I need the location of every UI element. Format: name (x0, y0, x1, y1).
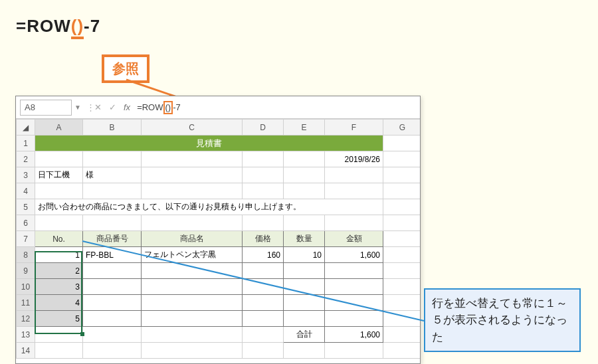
cell[interactable] (383, 151, 421, 167)
formula-bar[interactable]: =ROW()-7 (134, 101, 420, 114)
note-cell[interactable]: お問い合わせの商品につきまして、以下の通りお見積もり申し上げます。 (35, 199, 383, 215)
cell-no[interactable]: 5 (35, 311, 83, 327)
col-header[interactable]: B (83, 120, 142, 136)
cell[interactable] (383, 231, 421, 247)
cell-no[interactable]: 4 (35, 295, 83, 311)
cell[interactable] (383, 311, 421, 327)
th-name[interactable]: 商品名 (142, 231, 243, 247)
row-header[interactable]: 5 (17, 199, 35, 215)
th-amount[interactable]: 金額 (325, 231, 383, 247)
cell[interactable] (83, 263, 142, 279)
cell[interactable] (142, 151, 243, 167)
cell[interactable] (243, 327, 284, 343)
cell[interactable] (383, 263, 421, 279)
col-header[interactable]: A (35, 120, 83, 136)
row-header[interactable]: 8 (17, 247, 35, 263)
cell[interactable] (325, 311, 383, 327)
cell[interactable] (284, 183, 325, 199)
cell[interactable] (35, 215, 83, 231)
cell[interactable] (142, 167, 243, 183)
cell[interactable] (383, 295, 421, 311)
accept-formula-icon[interactable]: ✓ (105, 102, 120, 112)
cell[interactable] (383, 199, 421, 215)
cell[interactable] (83, 343, 142, 359)
cell[interactable] (142, 343, 243, 359)
row-header[interactable]: 7 (17, 231, 35, 247)
cell[interactable] (243, 167, 284, 183)
th-price[interactable]: 価格 (243, 231, 284, 247)
cell[interactable] (243, 183, 284, 199)
cell[interactable] (383, 215, 421, 231)
cell[interactable] (142, 295, 243, 311)
customer-cell[interactable]: 日下工機 (35, 167, 83, 183)
cell[interactable] (83, 151, 142, 167)
cell-no[interactable]: 3 (35, 279, 83, 295)
row-header[interactable]: 13 (17, 327, 35, 343)
cancel-formula-icon[interactable]: ✕ (90, 102, 105, 112)
cell[interactable] (325, 279, 383, 295)
col-header[interactable]: F (325, 120, 383, 136)
row-header[interactable]: 2 (17, 151, 35, 167)
cell-no[interactable]: 2 (35, 263, 83, 279)
cell[interactable] (243, 343, 284, 359)
cell[interactable] (83, 215, 142, 231)
row-header[interactable]: 10 (17, 279, 35, 295)
fx-icon[interactable]: fx (124, 102, 130, 112)
col-header[interactable]: G (383, 120, 421, 136)
total-label[interactable]: 合計 (284, 327, 325, 343)
cell[interactable] (243, 295, 284, 311)
col-header[interactable]: C (142, 120, 243, 136)
cell[interactable] (142, 311, 243, 327)
name-box[interactable]: A8 (20, 100, 72, 116)
sheet-title[interactable]: 見積書 (35, 136, 383, 151)
cell-qty[interactable]: 10 (284, 247, 325, 263)
row-header[interactable]: 12 (17, 311, 35, 327)
cell[interactable] (243, 215, 284, 231)
col-header[interactable]: D (243, 120, 284, 136)
cell[interactable] (325, 167, 383, 183)
cell-code[interactable]: FP-BBL (83, 247, 142, 263)
honorific-cell[interactable]: 様 (83, 167, 142, 183)
col-header[interactable]: E (284, 120, 325, 136)
cell[interactable] (383, 247, 421, 263)
cell[interactable] (243, 279, 284, 295)
cell[interactable] (142, 263, 243, 279)
cell[interactable] (142, 279, 243, 295)
cell[interactable] (83, 311, 142, 327)
cell[interactable] (284, 167, 325, 183)
cell[interactable] (83, 327, 142, 343)
cell[interactable] (325, 295, 383, 311)
cell[interactable] (383, 327, 421, 343)
th-no[interactable]: No. (35, 231, 83, 247)
cell[interactable] (383, 167, 421, 183)
cell[interactable] (284, 343, 325, 359)
cell[interactable] (325, 183, 383, 199)
cell[interactable] (383, 279, 421, 295)
cell-amount[interactable]: 1,600 (325, 247, 383, 263)
row-header[interactable]: 14 (17, 343, 35, 359)
row-header[interactable]: 1 (17, 136, 35, 151)
row-header[interactable]: 4 (17, 183, 35, 199)
cell[interactable] (83, 183, 142, 199)
cell-no[interactable]: 1 (35, 247, 83, 263)
cell[interactable] (243, 311, 284, 327)
cell[interactable] (243, 151, 284, 167)
cell[interactable] (284, 311, 325, 327)
cell[interactable] (383, 183, 421, 199)
row-header[interactable]: 9 (17, 263, 35, 279)
row-header[interactable]: 11 (17, 295, 35, 311)
cell[interactable] (35, 151, 83, 167)
cell[interactable] (243, 263, 284, 279)
name-box-dropdown-icon[interactable]: ▼ (74, 104, 82, 111)
cell[interactable] (284, 279, 325, 295)
cell[interactable] (284, 215, 325, 231)
cell[interactable] (383, 343, 421, 359)
cell[interactable] (142, 327, 243, 343)
cell[interactable] (83, 279, 142, 295)
cell[interactable] (325, 215, 383, 231)
cell[interactable] (142, 215, 243, 231)
date-cell[interactable]: 2019/8/26 (325, 151, 383, 167)
total-value[interactable]: 1,600 (325, 327, 383, 343)
grid[interactable]: ◢ A B C D E F G 1 見積書 2 2019/8/26 3 (16, 119, 420, 359)
cell[interactable] (83, 295, 142, 311)
